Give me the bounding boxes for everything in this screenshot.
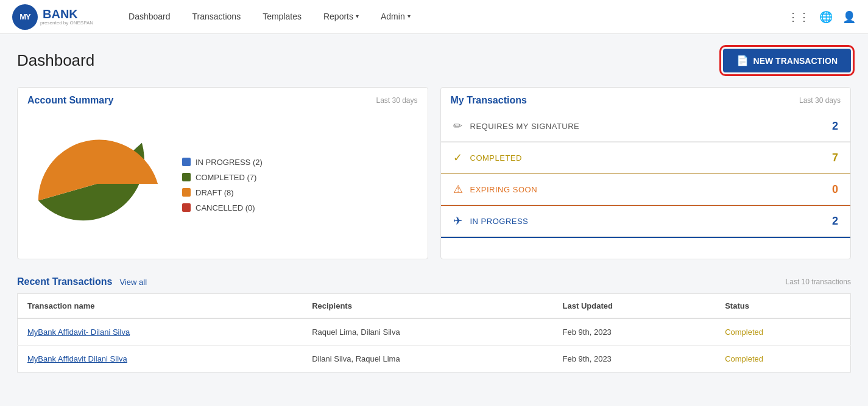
legend-label-draft: DRAFT (8) (196, 188, 234, 197)
nav-dashboard[interactable]: Dashboard (118, 0, 182, 34)
tx-row-expiring: ⚠ EXPIRING SOON 0 (441, 174, 851, 205)
legend-color-inprogress (182, 158, 191, 166)
tx-row-inprogress: ✈ IN PROGRESS 2 (441, 206, 851, 237)
page-title: Dashboard (17, 51, 94, 70)
chart-legend: IN PROGRESS (2) COMPLETED (7) DRAFT (8) … (182, 158, 263, 212)
completed-icon: ✓ (453, 151, 470, 164)
tx-count-signature: 2 (832, 120, 838, 133)
nav-right: ⋮⋮ 🌐 👤 (788, 10, 856, 24)
tx-row-completed: ✓ COMPLETED 7 (441, 142, 851, 173)
dashboard-columns: Account Summary Last 30 days (17, 87, 851, 259)
tx-label-expiring[interactable]: EXPIRING SOON (470, 185, 832, 194)
globe-icon[interactable]: 🌐 (819, 10, 833, 24)
tx-status-cell: Completed (715, 346, 850, 373)
logo-my: MY (19, 12, 30, 21)
inprogress-icon: ✈ (453, 214, 470, 228)
legend-label-cancelled: CANCELLED (0) (196, 203, 255, 212)
page-header: Dashboard 📄 NEW TRANSACTION (17, 49, 851, 72)
logo: MY BANK presented by ONESPAN (12, 4, 93, 30)
my-transactions-header: My Transactions Last 30 days (441, 88, 851, 111)
table-header: Transaction name Recipients Last Updated… (18, 294, 851, 319)
legend-color-cancelled (182, 203, 191, 212)
table-row: MyBank Affidavit- Dilani Silva Raquel Li… (18, 318, 851, 346)
view-all-link[interactable]: View all (120, 278, 147, 287)
col-status: Status (715, 294, 850, 319)
account-summary-title: Account Summary (27, 95, 113, 106)
tx-label-completed[interactable]: COMPLETED (470, 153, 832, 163)
legend-draft: DRAFT (8) (182, 188, 263, 197)
expiring-icon: ⚠ (453, 183, 470, 196)
table-row: MyBank Affidavit Dilani Silva Dilani Sil… (18, 346, 851, 373)
legend-cancelled: CANCELLED (0) (182, 203, 263, 212)
tx-row-signature: ✏ REQUIRES MY SIGNATURE 2 (441, 111, 851, 142)
signature-icon: ✏ (453, 119, 470, 133)
tx-status-cell: Completed (715, 318, 850, 346)
tx-name-cell: MyBank Affidavit- Dilani Silva (18, 318, 303, 346)
my-transactions-title: My Transactions (451, 95, 527, 106)
account-summary-panel: Account Summary Last 30 days (17, 87, 428, 259)
document-icon: 📄 (736, 55, 749, 66)
col-recipients: Recipients (302, 294, 552, 319)
account-summary-header: Account Summary Last 30 days (18, 88, 428, 111)
main-content: Dashboard 📄 NEW TRANSACTION Account Summ… (0, 34, 868, 387)
pie-chart (36, 123, 158, 247)
tx-label-inprogress[interactable]: IN PROGRESS (470, 217, 832, 226)
legend-color-completed (182, 173, 191, 181)
logo-sub: presented by ONESPAN (40, 20, 93, 26)
tx-updated-cell: Feb 9th, 2023 (553, 346, 716, 373)
recent-transactions-table: Transaction name Recipients Last Updated… (17, 293, 851, 373)
tx-count-completed: 7 (832, 152, 838, 164)
nav-reports[interactable]: Reports ▾ (312, 0, 370, 34)
tx-count-inprogress: 2 (832, 215, 838, 228)
legend-color-draft (182, 188, 191, 197)
my-transactions-panel: My Transactions Last 30 days ✏ REQUIRES … (440, 87, 852, 259)
legend-completed: COMPLETED (7) (182, 173, 263, 182)
nav-admin[interactable]: Admin ▾ (370, 0, 422, 34)
last-10-label: Last 10 transactions (786, 278, 851, 286)
table-header-row: Transaction name Recipients Last Updated… (18, 294, 851, 319)
col-transaction-name: Transaction name (18, 294, 303, 319)
reports-chevron-icon: ▾ (356, 13, 359, 19)
tx-recipients-cell: Dilani Silva, Raquel Lima (302, 346, 552, 373)
col-last-updated: Last Updated (553, 294, 716, 319)
nav-templates[interactable]: Templates (252, 0, 312, 34)
nav-links: Dashboard Transactions Templates Reports… (118, 0, 788, 34)
tx-name-link[interactable]: MyBank Affidavit Dilani Silva (27, 354, 127, 363)
tx-count-expiring: 0 (832, 183, 838, 196)
logo-text-block: BANK presented by ONESPAN (40, 8, 93, 26)
legend-inprogress: IN PROGRESS (2) (182, 158, 263, 167)
recent-transactions-header: Recent Transactions View all Last 10 tra… (17, 276, 851, 287)
table-body: MyBank Affidavit- Dilani Silva Raquel Li… (18, 318, 851, 373)
user-icon[interactable]: 👤 (842, 10, 856, 24)
tx-label-signature[interactable]: REQUIRES MY SIGNATURE (470, 122, 832, 131)
logo-bank: BANK (43, 7, 78, 21)
network-icon[interactable]: ⋮⋮ (788, 10, 810, 24)
my-transactions-subtitle: Last 30 days (799, 96, 841, 105)
divider-blue (441, 237, 851, 238)
new-transaction-button[interactable]: 📄 NEW TRANSACTION (723, 49, 851, 72)
admin-chevron-icon: ▾ (408, 13, 411, 19)
account-summary-subtitle: Last 30 days (376, 96, 417, 105)
status-badge: Completed (725, 327, 763, 337)
recent-title-area: Recent Transactions View all (17, 276, 147, 287)
chart-area: IN PROGRESS (2) COMPLETED (7) DRAFT (8) … (18, 111, 428, 259)
tx-name-link[interactable]: MyBank Affidavit- Dilani Silva (27, 327, 130, 337)
tx-name-cell: MyBank Affidavit Dilani Silva (18, 346, 303, 373)
legend-label-completed: COMPLETED (7) (196, 173, 256, 182)
nav-transactions[interactable]: Transactions (182, 0, 252, 34)
recent-transactions-title: Recent Transactions (17, 276, 113, 287)
status-badge: Completed (725, 354, 763, 363)
tx-recipients-cell: Raquel Lima, Dilani Silva (302, 318, 552, 346)
legend-label-inprogress: IN PROGRESS (2) (196, 158, 263, 167)
pie-chart-svg (36, 123, 158, 245)
navbar: MY BANK presented by ONESPAN Dashboard T… (0, 0, 868, 34)
tx-updated-cell: Feb 9th, 2023 (553, 318, 716, 346)
logo-circle: MY (12, 4, 38, 30)
